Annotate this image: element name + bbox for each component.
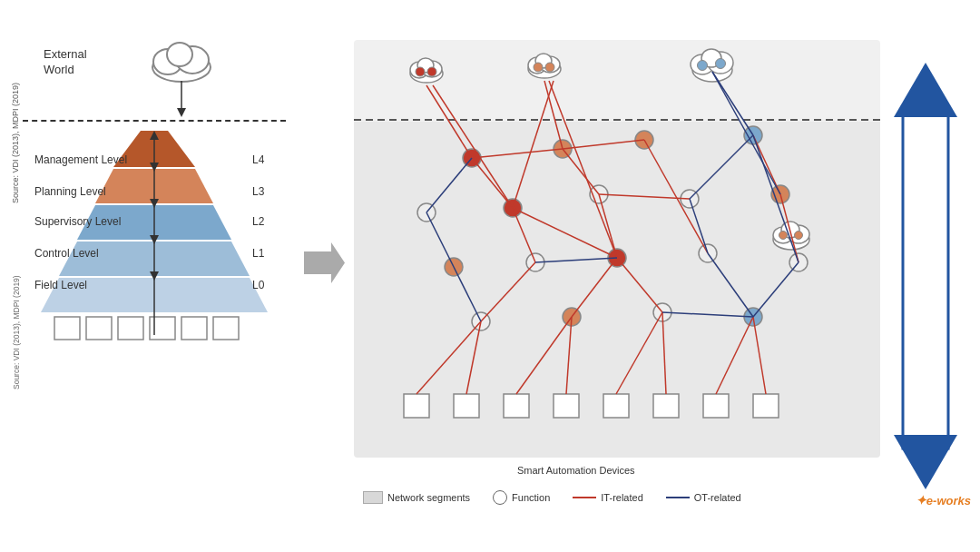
svg-point-29: [427, 67, 436, 76]
svg-line-97: [566, 317, 572, 394]
svg-point-28: [416, 67, 425, 76]
svg-rect-14: [150, 317, 175, 340]
svg-marker-117: [894, 435, 957, 489]
main-container: Source: VDI (2013), MDPI (2019) External…: [0, 0, 980, 552]
svg-marker-5: [177, 108, 186, 117]
svg-rect-67: [404, 394, 429, 418]
svg-point-3: [167, 43, 192, 66]
legend-function: Function: [493, 490, 550, 505]
opcua-section: OPC UA ✦e-works: [880, 40, 971, 512]
svg-line-75: [426, 85, 472, 158]
svg-line-86: [572, 258, 617, 317]
legend-network-segments: Network segments: [363, 491, 470, 504]
svg-rect-72: [653, 394, 679, 418]
svg-line-96: [516, 317, 572, 394]
svg-marker-23: [304, 242, 345, 283]
svg-line-80: [472, 158, 513, 208]
svg-line-111: [426, 158, 472, 212]
svg-point-34: [534, 63, 543, 72]
svg-point-40: [698, 61, 708, 71]
svg-line-100: [716, 317, 753, 394]
cloud-down-arrow: [177, 81, 186, 121]
source-label: Source: VDI (2013), MDPI (2019): [11, 83, 20, 203]
function-label: Function: [512, 492, 550, 503]
ot-line: [666, 497, 690, 499]
opcua-arrow: OPC UA: [885, 58, 966, 494]
svg-point-65: [779, 232, 788, 240]
dashed-separator: [23, 120, 286, 122]
l1-tag: L1: [252, 247, 264, 260]
svg-line-98: [616, 312, 662, 394]
svg-rect-68: [454, 394, 479, 418]
function-circle: [493, 490, 507, 505]
svg-line-85: [563, 149, 599, 194]
legend-ot-related: OT-related: [666, 492, 741, 503]
svg-rect-15: [181, 317, 207, 340]
field-level-label: Field Level: [34, 279, 87, 291]
svg-line-103: [712, 72, 780, 194]
svg-point-41: [716, 59, 726, 69]
svg-line-112: [662, 312, 753, 317]
svg-line-88: [481, 262, 535, 321]
svg-rect-11: [54, 317, 80, 340]
svg-line-104: [690, 135, 753, 199]
cloud-icon: [145, 33, 218, 86]
svg-rect-71: [603, 394, 629, 418]
svg-line-110: [454, 267, 481, 321]
svg-line-109: [426, 212, 454, 267]
it-related-label: IT-related: [601, 492, 642, 503]
l4-tag: L4: [252, 153, 264, 166]
middle-arrow: [299, 242, 349, 283]
svg-line-113: [535, 258, 617, 262]
svg-line-99: [662, 312, 666, 394]
svg-line-84: [563, 140, 644, 149]
l0-tag: L0: [252, 279, 264, 291]
smart-devices-label: Smart Automation Devices: [517, 465, 635, 476]
svg-line-107: [708, 253, 753, 317]
svg-point-66: [795, 232, 803, 240]
svg-line-81: [472, 149, 563, 158]
l3-tag: L3: [252, 185, 264, 198]
external-world-label: ExternalWorld: [44, 47, 87, 78]
svg-point-35: [545, 63, 554, 72]
svg-line-95: [466, 321, 481, 394]
control-level-label: Control Level: [34, 247, 99, 260]
svg-line-108: [753, 262, 799, 317]
planning-level-label: Planning Level: [34, 185, 106, 198]
svg-rect-70: [554, 394, 579, 418]
svg-line-92: [753, 135, 780, 194]
svg-rect-12: [86, 317, 112, 340]
svg-line-94: [416, 321, 481, 394]
legend-it-related: IT-related: [573, 492, 642, 503]
svg-rect-13: [118, 317, 143, 340]
network-segments-label: Network segments: [387, 492, 470, 503]
legend: Network segments Function IT-related OT-…: [363, 490, 741, 505]
eworks-logo: ✦e-works: [916, 493, 971, 508]
management-level-label: Management Level: [34, 153, 127, 166]
svg-line-83: [513, 208, 535, 262]
left-section: Source: VDI (2013), MDPI (2019) External…: [9, 22, 299, 530]
svg-line-102: [712, 72, 753, 135]
ot-related-label: OT-related: [694, 492, 741, 503]
right-section: Smart Automation Devices Network segment…: [354, 40, 873, 512]
network-segments-box: [363, 491, 383, 504]
svg-rect-74: [753, 394, 779, 418]
l2-tag: L2: [252, 215, 264, 228]
svg-rect-16: [213, 317, 239, 340]
svg-rect-73: [703, 394, 729, 418]
it-line: [573, 497, 596, 499]
svg-line-79: [513, 81, 554, 208]
source-label: Source: VDI (2013), MDPI (2019): [12, 275, 21, 389]
svg-line-101: [753, 317, 766, 394]
svg-marker-116: [894, 63, 957, 117]
svg-rect-69: [504, 394, 529, 418]
svg-line-89: [599, 194, 617, 258]
supervisory-level-label: Supervisory Level: [34, 215, 121, 228]
svg-line-87: [617, 258, 662, 312]
svg-line-78: [549, 81, 617, 258]
svg-marker-115: [903, 113, 948, 448]
